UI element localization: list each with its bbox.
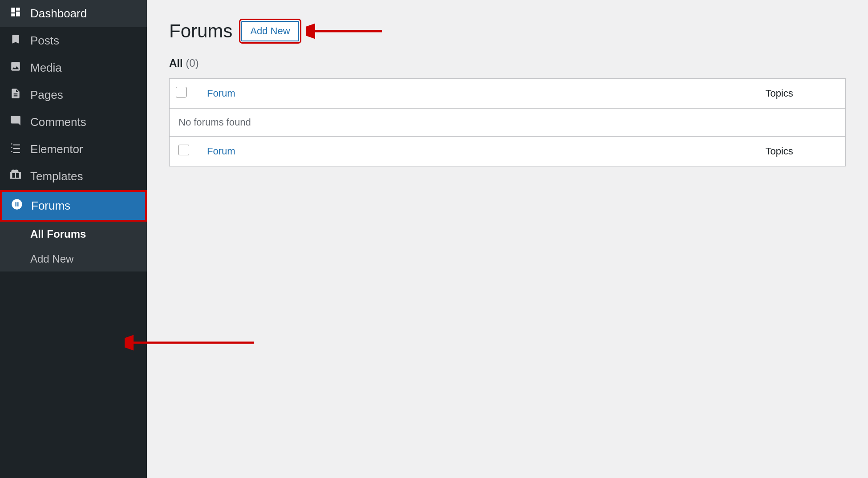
header-forum-cell[interactable]: Forum [198,79,757,109]
sidebar-item-comments-label: Comments [30,115,86,129]
header-actions: Add New [241,18,386,45]
footer-checkbox-cell [170,137,199,166]
page-title: Forums [169,20,232,42]
table-header-row: Forum Topics [170,79,846,109]
table-footer-row: Forum Topics [170,137,846,166]
sidebar-item-posts[interactable]: Posts [0,27,147,54]
all-filter-link[interactable]: All [169,57,183,69]
sidebar-item-pages-label: Pages [30,88,63,102]
add-new-arrow [306,18,386,45]
add-new-button[interactable]: Add New [241,21,299,41]
sidebar-item-media-label: Media [30,61,62,75]
sidebar-item-elementor[interactable]: Elementor [0,136,147,163]
footer-forum-cell[interactable]: Forum [198,137,757,166]
no-forums-row: No forums found [170,109,846,137]
templates-icon [9,169,22,184]
sidebar-forums-section: Forums All Forums Add New [0,190,147,271]
submenu-arrow-annotation [147,325,258,362]
no-forums-message: No forums found [170,109,846,137]
sidebar-item-posts-label: Posts [30,34,59,48]
select-all-footer-checkbox[interactable] [178,145,189,155]
comments-icon [9,115,22,130]
sidebar: Dashboard Posts Media Pages Comments Ele… [0,0,147,478]
page-header: Forums Add New [169,18,846,45]
sidebar-item-forums[interactable]: Forums [0,190,147,222]
sidebar-item-forums-label: Forums [31,199,70,213]
main-content: Forums Add New All (0) F [147,0,868,478]
header-checkbox-cell [170,79,199,109]
forums-icon [11,198,23,214]
dashboard-icon [9,6,22,21]
select-all-checkbox[interactable] [176,87,187,97]
sidebar-item-dashboard-label: Dashboard [30,7,87,20]
footer-topics-cell: Topics [757,137,846,166]
sidebar-item-pages[interactable]: Pages [0,81,147,109]
sidebar-item-elementor-label: Elementor [30,142,83,156]
submenu-item-all-forums[interactable]: All Forums [0,222,147,247]
pages-icon [9,88,22,102]
sidebar-item-templates-label: Templates [30,170,83,183]
elementor-icon [9,142,22,157]
filter-bar: All (0) [169,57,846,69]
forums-table: Forum Topics No forums found Forum Topic… [169,78,846,166]
sidebar-item-dashboard[interactable]: Dashboard [0,0,147,27]
submenu-item-add-new[interactable]: Add New [0,247,147,271]
sidebar-item-comments[interactable]: Comments [0,109,147,136]
filter-count: (0) [186,57,199,69]
sidebar-item-media[interactable]: Media [0,54,147,81]
header-topics-cell: Topics [757,79,846,109]
posts-icon [9,33,22,48]
sidebar-item-templates[interactable]: Templates [0,163,147,190]
media-icon [9,61,22,75]
forums-submenu: All Forums Add New [0,222,147,271]
